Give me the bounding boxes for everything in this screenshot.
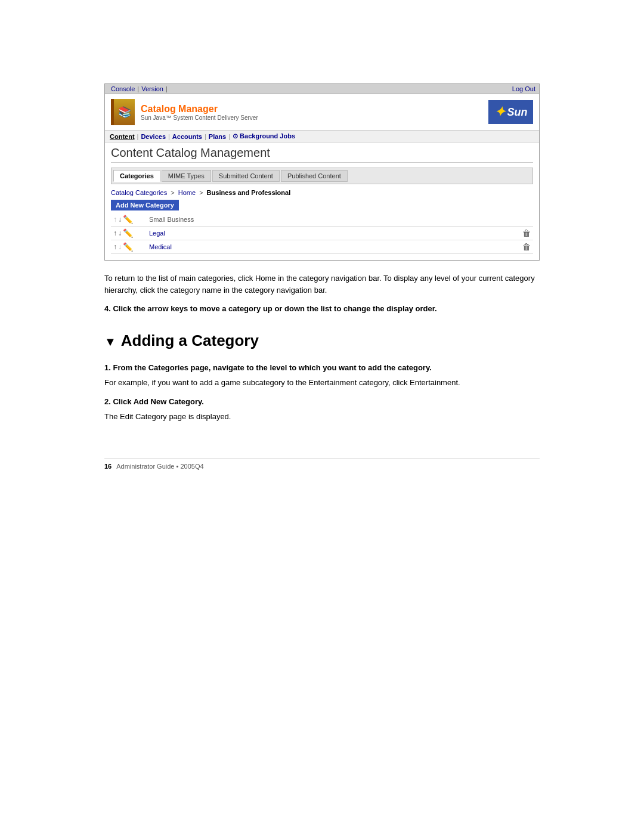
arrow-controls: ↑ ↓ ✏️ [113, 228, 144, 238]
category-name[interactable]: Legal [149, 230, 165, 237]
page-number: 16 [104, 463, 112, 470]
tab-mime-types[interactable]: MIME Types [162, 170, 211, 182]
arrow-controls: ↑ ↓ ✏️ [113, 242, 144, 252]
app-subtitle: Sun Java™ System Content Delivery Server [141, 114, 258, 121]
edit-icon[interactable]: ✏️ [123, 228, 133, 238]
page-wrapper: Console | Version | Log Out 📚 Catalog Ma… [0, 0, 644, 833]
version-link[interactable]: Version [139, 85, 166, 92]
logout-link[interactable]: Log Out [512, 85, 535, 92]
arrow-controls: ↑ ↓ ✏️ [113, 215, 144, 224]
sun-logo-text: Sun [507, 106, 528, 119]
steps-body: 1. From the Categories page, navigate to… [104, 362, 540, 423]
step2-body: The Edit Category page is displayed. [104, 411, 540, 423]
bc-home[interactable]: Home [178, 189, 196, 196]
nav-content[interactable]: Content [110, 133, 135, 140]
up-arrow[interactable]: ↑ [113, 229, 117, 237]
sun-star: ✦ [494, 104, 505, 120]
table-row: ↑ ↓ ✏️ Medical 🗑 [111, 240, 533, 254]
categories-table: ↑ ↓ ✏️ Small Business [111, 213, 533, 254]
edit-icon[interactable]: ✏️ [123, 242, 133, 252]
nav-accounts[interactable]: Accounts [172, 133, 202, 140]
category-name[interactable]: Medical [149, 243, 172, 250]
bc-catalog-categories[interactable]: Catalog Categories [111, 189, 167, 196]
nav-devices[interactable]: Devices [141, 133, 166, 140]
up-arrow[interactable]: ↑ [113, 243, 117, 251]
table-row: ↑ ↓ ✏️ Small Business [111, 213, 533, 227]
page-footer: 16 Administrator Guide • 2005Q4 [104, 459, 540, 470]
console-link[interactable]: Console [109, 85, 137, 92]
step1-body: For example, if you want to add a game s… [104, 377, 540, 389]
category-name: Small Business [149, 216, 194, 223]
delete-icon[interactable]: 🗑 [522, 228, 531, 238]
page-heading: Content Catalog Management [111, 146, 533, 163]
edit-icon[interactable]: ✏️ [123, 215, 133, 224]
table-row: ↑ ↓ ✏️ Legal 🗑 [111, 227, 533, 240]
nav-plans[interactable]: Plans [209, 133, 226, 140]
tab-published-content[interactable]: Published Content [281, 170, 348, 182]
nav-background-jobs[interactable]: ⊙ Background Jobs [233, 132, 295, 140]
add-new-category-button[interactable]: Add New Category [111, 200, 179, 210]
app-title: Catalog Manager [141, 104, 258, 114]
down-arrow[interactable]: ↓ [118, 215, 122, 224]
bc-current: Business and Professional [207, 189, 291, 196]
tab-submitted-content[interactable]: Submitted Content [212, 170, 280, 182]
top-bar: Console | Version | Log Out [105, 84, 539, 94]
triangle-icon: ▼ [104, 335, 116, 348]
step4-num: 4. [104, 304, 113, 313]
down-arrow[interactable]: ↓ [118, 243, 122, 251]
app-title-block: Catalog Manager Sun Java™ System Content… [141, 104, 258, 121]
breadcrumb: Catalog Categories > Home > Business and… [111, 189, 533, 196]
step4-text: 4. Click the arrow keys to move a catego… [104, 303, 540, 315]
header-area: 📚 Catalog Manager Sun Java™ System Conte… [105, 94, 539, 131]
header-left: 📚 Catalog Manager Sun Java™ System Conte… [111, 99, 258, 125]
delete-icon[interactable]: 🗑 [522, 242, 531, 252]
doc-title: Administrator Guide • 2005Q4 [116, 463, 203, 470]
tabs-row: Categories MIME Types Submitted Content … [111, 168, 533, 184]
tab-categories[interactable]: Categories [113, 170, 160, 182]
down-arrow[interactable]: ↓ [118, 229, 122, 237]
step2-heading: 2. Click Add New Category. [104, 396, 540, 408]
nav-bar: Content | Devices | Accounts | Plans | ⊙… [105, 131, 539, 143]
section-heading: ▼Adding a Category [104, 332, 540, 350]
body-para1: To return to the list of main categories… [104, 272, 540, 296]
doc-body: To return to the list of main categories… [104, 272, 540, 315]
top-bar-left: Console | Version | [109, 85, 168, 92]
up-arrow[interactable]: ↑ [113, 215, 117, 224]
app-icon: 📚 [111, 99, 135, 125]
browser-window: Console | Version | Log Out 📚 Catalog Ma… [104, 83, 540, 261]
content-area: Content Catalog Management Categories MI… [105, 143, 539, 260]
step1-heading: 1. From the Categories page, navigate to… [104, 362, 540, 374]
sun-logo: ✦ Sun [488, 100, 533, 124]
add-category-btn-wrapper: Add New Category [111, 200, 533, 213]
